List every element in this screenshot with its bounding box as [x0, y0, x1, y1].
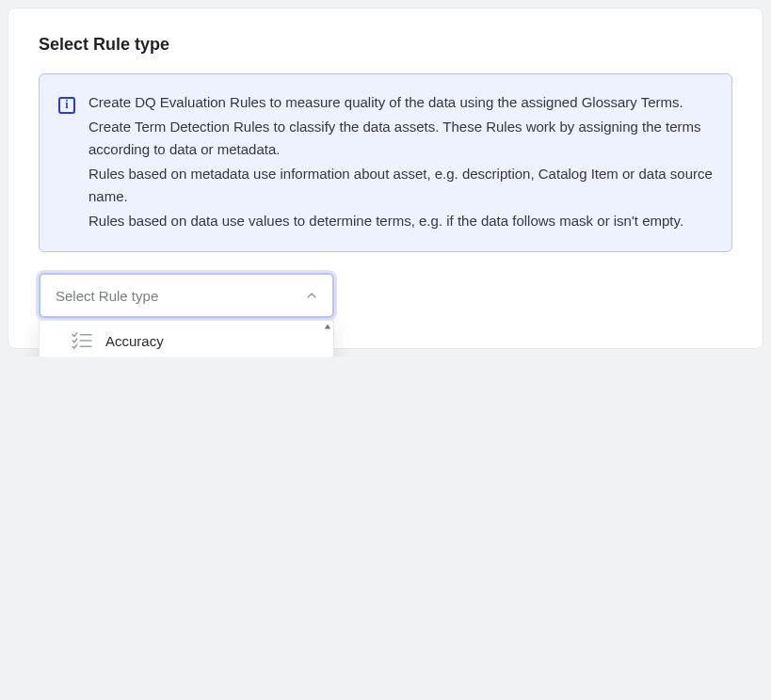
chevron-up-icon — [304, 288, 319, 303]
info-paragraph: Create Term Detection Rules to classify … — [88, 116, 713, 161]
svg-marker-10 — [325, 325, 330, 329]
select-placeholder: Select Rule type — [56, 288, 158, 304]
info-icon: i — [58, 97, 75, 114]
rule-type-dropdown: Accuracy Timeliness Term Detection Rules — [39, 320, 334, 357]
select-wrap: Select Rule type Accuracy — [39, 273, 334, 318]
rule-type-card: Select Rule type i Create DQ Evaluation … — [8, 8, 763, 349]
info-text: Create DQ Evaluation Rules to measure qu… — [88, 91, 713, 234]
page-title: Select Rule type — [39, 35, 732, 55]
rule-type-select[interactable]: Select Rule type — [39, 273, 334, 318]
scroll-up-arrow-icon[interactable] — [322, 321, 333, 332]
info-box: i Create DQ Evaluation Rules to measure … — [39, 73, 732, 252]
checklist-icon — [72, 332, 92, 349]
info-paragraph: Rules based on metadata use information … — [88, 163, 713, 208]
scrollbar[interactable] — [322, 321, 333, 357]
option-accuracy[interactable]: Accuracy — [40, 321, 322, 357]
info-paragraph: Create DQ Evaluation Rules to measure qu… — [88, 91, 713, 114]
info-paragraph: Rules based on data use values to determ… — [88, 210, 713, 232]
info-icon-wrap: i — [58, 91, 75, 234]
option-label: Accuracy — [105, 333, 164, 349]
